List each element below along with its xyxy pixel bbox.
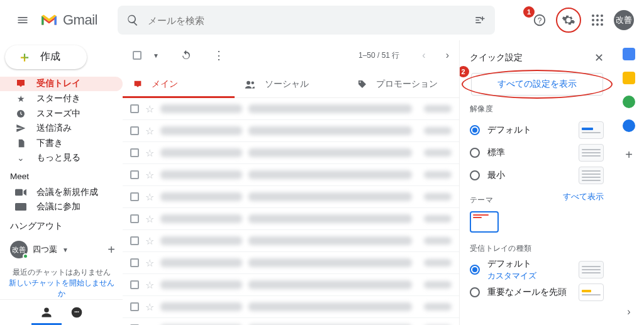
select-all-checkbox[interactable] [133,51,142,60]
svg-text:?: ? [538,16,542,25]
close-icon[interactable]: ✕ [594,51,604,65]
nav-drafts[interactable]: 下書き [0,136,123,151]
apps-icon[interactable] [585,8,610,33]
theme-option[interactable] [470,211,499,233]
row-star-icon[interactable]: ☆ [145,235,154,247]
row-checkbox[interactable] [130,192,139,201]
footer-person-icon[interactable] [31,300,62,325]
row-star-icon[interactable]: ☆ [145,213,154,225]
more-icon[interactable]: ⋮ [213,48,225,62]
page-next-icon[interactable]: › [446,50,449,61]
row-star-icon[interactable]: ☆ [145,169,154,181]
mail-row[interactable]: ☆ [123,120,459,142]
tab-social[interactable]: ソーシャル [235,70,347,97]
density-default[interactable]: デフォルト [470,119,604,141]
compose-button[interactable]: ＋ 作成 [5,45,87,69]
select-dropdown-icon[interactable]: ▼ [153,52,159,59]
row-star-icon[interactable]: ☆ [145,103,154,115]
refresh-icon[interactable] [180,50,192,61]
density-comfortable[interactable]: 標準 [470,141,604,164]
theme-view-all-link[interactable]: すべて表示 [563,192,604,202]
mail-row[interactable]: ☆ [123,186,459,208]
footer-chat-icon[interactable] [62,300,92,325]
page-prev-icon[interactable]: ‹ [422,50,425,61]
mail-list: ☆ ☆ ☆ ☆ ☆ ☆ ☆ ☆ ☆ ☆ ☆ [123,98,459,325]
hangouts-user-row[interactable]: 改善 四つ葉 ▼ + [0,236,123,258]
inbox-customize-link[interactable]: カスタマイズ [487,271,536,282]
row-checkbox[interactable] [130,258,139,267]
row-star-icon[interactable]: ☆ [145,257,154,269]
opt-label: 標準 [487,147,505,158]
row-checkbox[interactable] [130,126,139,135]
density-compact[interactable]: 最小 [470,164,604,187]
tasks-app-icon[interactable] [623,96,635,108]
nav-label: もっと見る [36,152,80,163]
meet-new[interactable]: 会議を新規作成 [0,185,123,200]
menu-icon[interactable] [10,8,35,33]
collapse-rail-icon[interactable]: › [627,306,630,317]
calendar-app-icon[interactable] [623,48,635,60]
addons-plus-icon[interactable]: + [623,148,635,161]
mail-row[interactable]: ☆ [123,252,459,274]
mail-row[interactable]: ☆ [123,296,459,318]
svg-point-6 [247,80,250,84]
chevron-down-icon: ⌄ [15,153,26,163]
search-input[interactable] [148,15,465,26]
nav-more[interactable]: ⌄もっと見る [0,150,123,165]
density-preview [579,144,604,162]
settings-icon[interactable] [556,8,581,33]
inbox-type-default[interactable]: デフォルト カスタマイズ [470,258,604,281]
row-checkbox[interactable] [130,214,139,223]
nav-sent[interactable]: 送信済み [0,121,123,136]
nav-starred[interactable]: ★スター付き [0,91,123,106]
chat-start-link[interactable]: 新しいチャットを開始しませんか [6,278,116,299]
search-icon [126,14,139,26]
row-star-icon[interactable]: ☆ [145,301,154,313]
quick-settings-header: クイック設定 ✕ [470,47,604,69]
tab-primary[interactable]: メイン [123,70,235,97]
support-icon[interactable]: ? 1 [527,8,552,33]
mail-row[interactable]: ☆ [123,164,459,186]
mail-row[interactable]: ☆ [123,274,459,296]
row-checkbox[interactable] [130,280,139,289]
mail-row[interactable]: ☆ [123,318,459,325]
inbox-type-important[interactable]: 重要なメールを先頭 [470,281,604,304]
radio-icon [470,170,480,180]
mail-row[interactable]: ☆ [123,230,459,252]
row-checkbox[interactable] [130,148,139,157]
chevron-down-icon[interactable]: ▼ [62,246,69,253]
row-checkbox[interactable] [130,170,139,179]
side-panel-rail: + › [614,40,644,325]
row-star-icon[interactable]: ☆ [145,125,154,137]
row-checkbox[interactable] [130,236,139,245]
inbox-icon [15,78,26,89]
row-star-icon[interactable]: ☆ [145,191,154,203]
keep-app-icon[interactable] [623,72,635,84]
nav-label: スヌーズ中 [36,108,80,119]
mail-row[interactable]: ☆ [123,142,459,164]
account-avatar[interactable]: 改善 [614,10,634,30]
svg-rect-3 [15,189,23,196]
tab-label: プロモーション [376,79,438,90]
mail-row[interactable]: ☆ [123,208,459,230]
main: ＋ 作成 受信トレイ ★スター付き スヌーズ中 送信済み 下書き ⌄もっと見る … [0,40,644,325]
search-bar[interactable] [118,6,495,35]
tab-promotions[interactable]: プロモーション [347,70,459,97]
row-star-icon[interactable]: ☆ [145,279,154,291]
radio-icon [470,148,480,158]
gmail-logo[interactable]: Gmail [40,12,97,28]
contacts-app-icon[interactable] [623,119,635,132]
nav-inbox[interactable]: 受信トレイ [0,77,123,92]
row-checkbox[interactable] [130,302,139,311]
row-star-icon[interactable]: ☆ [145,323,154,326]
row-checkbox[interactable] [130,104,139,113]
meet-join[interactable]: 会議に参加 [0,200,123,215]
search-options-icon[interactable] [474,14,486,26]
pagination-count: 1–50 / 51 行 [358,50,399,61]
see-all-settings-button[interactable]: 2 すべての設定を表示 [471,73,603,96]
mail-row[interactable]: ☆ [123,98,459,120]
row-star-icon[interactable]: ☆ [145,147,154,159]
add-chat-icon[interactable]: + [108,243,115,257]
header-right: ? 1 改善 [527,8,634,33]
nav-snoozed[interactable]: スヌーズ中 [0,106,123,121]
